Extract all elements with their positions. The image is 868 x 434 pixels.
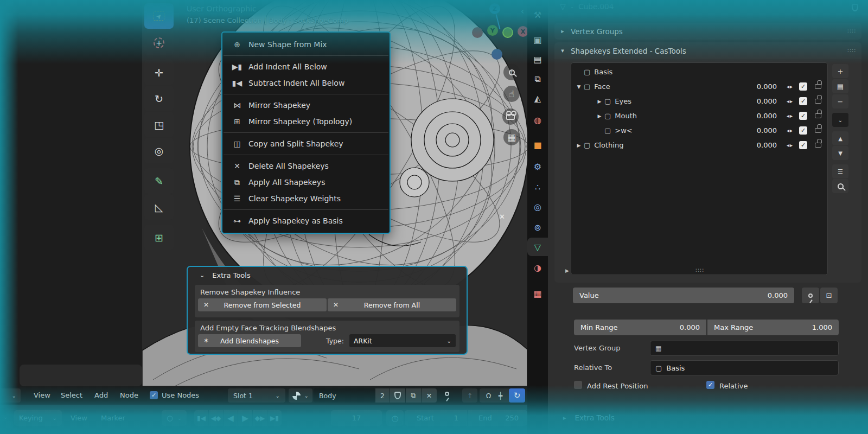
remove-from-selected-button[interactable]: ✕ Remove from Selected [198,298,327,311]
copy-material-button[interactable]: ⧉ [406,388,421,403]
tool-transform-button[interactable]: ◎ [144,138,174,163]
pan-button[interactable]: ☝ [503,86,520,102]
menu-item-mirror-shapekey[interactable]: ⋈ Mirror Shapekey [222,97,390,113]
tab-texture[interactable]: ▦ [527,285,548,302]
use-nodes-checkbox[interactable] [150,391,158,399]
tab-particles[interactable]: ∴ [527,179,548,195]
next-keyframe-button[interactable]: ◆▶ [253,410,267,426]
drag-dots-icon[interactable]: ∷∷ [847,28,856,35]
zoom-in-button[interactable]: + [503,64,520,80]
tool-add-cube-button[interactable]: ⊞ [144,225,174,250]
jump-to-start-button[interactable]: ▮◀ [194,410,208,426]
unlock-icon[interactable] [815,84,821,89]
tab-view-layer[interactable]: ⧉ [527,71,548,87]
tool-cursor-button[interactable]: + [144,30,174,55]
material-browse-dropdown[interactable]: ⌄ [289,388,312,403]
tab-scene[interactable]: ◭ [527,90,548,106]
camera-view-button[interactable] [502,108,519,125]
left-editor-canvas[interactable] [0,0,142,386]
tab-physics[interactable]: ◎ [527,199,548,215]
stopwatch-button[interactable]: ◷ [386,410,404,426]
pin-button[interactable] [445,392,449,396]
tool-rotate-button[interactable]: ↻ [144,86,174,111]
menu-item-subtract-indent-all-below[interactable]: ▮◀ Subtract Indent All Below [222,75,390,91]
add-blendshapes-button[interactable]: ✶ Add Blendshapes [198,334,301,347]
tab-modifiers[interactable]: ⚙ [527,158,548,175]
gizmo-x-neg-axis[interactable] [472,27,483,38]
menu-select[interactable]: Select [61,391,82,399]
menu-node[interactable]: Node [120,391,138,399]
prev-keyframe-button[interactable]: ◀◆ [209,410,223,426]
shapekey-row-mouth[interactable]: ▶ ▢ Mouth 0.000 ◂▸ [572,108,827,123]
add-rest-position-checkbox[interactable] [574,381,582,389]
object-name[interactable]: Cube.004 [578,2,614,11]
filter-sort-button[interactable]: ☰ [832,164,848,178]
search-button[interactable] [832,179,848,193]
vertex-group-field[interactable]: ▦ [650,341,839,356]
gizmo-z-neg-axis[interactable] [492,49,502,60]
shapekey-row-eyes[interactable]: ▶ ▢ Eyes 0.000 ◂▸ [572,94,827,108]
menu-add[interactable]: Add [94,391,108,399]
editor-type-dropdown[interactable]: ⌄ [3,414,8,420]
panel-extra-tools[interactable]: ▸ Extra Tools [563,413,615,422]
move-up-button[interactable]: ▲ [832,131,848,145]
value-nudge-icon[interactable]: ◂▸ [787,127,793,133]
menu-item-copy-and-split-shapekey[interactable]: ◫ Copy and Split Shapekey [222,136,390,152]
value-nudge-icon[interactable]: ◂▸ [787,142,793,148]
chevron-down-icon[interactable]: ⌄ [570,4,575,9]
shapekey-special-button[interactable]: ▤ [832,79,848,93]
tab-object[interactable]: ■ [527,137,548,153]
gizmo-z-axis[interactable]: Z [489,3,500,14]
menu-item-apply-shapekey-as-basis[interactable]: ⊶ Apply Shapekey as Basis [222,213,390,229]
overlay-toggle-button[interactable]: ↻ [509,388,525,403]
relative-checkbox[interactable] [706,381,714,389]
pin-shapekey-button[interactable] [802,288,819,303]
parent-node-button[interactable]: ↑ [462,388,477,403]
tab-object-data[interactable]: ▽ [527,238,548,256]
play-button[interactable]: ▶ [238,410,252,426]
shapekey-enable-checkbox[interactable] [799,141,807,149]
value-nudge-icon[interactable]: ◂▸ [787,98,793,104]
auto-keying-group[interactable]: ○ ⌄ [162,410,187,426]
ortho-toggle-button[interactable]: ▦ [503,129,520,145]
tool-annotate-button[interactable]: ✎ [144,168,174,194]
drag-dots-icon[interactable]: ∷∷ [695,267,704,274]
panel-vertex-groups[interactable]: ▸ Vertex Groups ∷∷ [554,23,861,40]
unlock-icon[interactable] [815,143,821,148]
gizmo-y-axis[interactable]: Y [487,25,498,36]
edit-mode-display-button[interactable]: ⊡ [820,288,838,303]
jump-to-end-button[interactable]: ▶▮ [267,410,282,426]
value-nudge-icon[interactable]: ◂▸ [787,113,793,119]
play-reverse-button[interactable]: ◀ [224,410,238,426]
unlock-icon[interactable] [815,99,821,104]
unlock-icon[interactable] [815,113,821,118]
gizmo-x-axis[interactable]: X [518,26,527,37]
editor-type-dropdown[interactable]: ⌄ [0,388,21,403]
remove-shapekey-button[interactable]: − [832,94,848,108]
drag-dots-icon[interactable]: ∷∷ [847,47,856,54]
unlink-material-button[interactable]: ✕ [422,388,437,403]
fake-user-button[interactable] [390,388,405,403]
tool-select-box-button[interactable]: ➤ [144,3,174,29]
shapekey-row-clothing[interactable]: ▶ ▢ Clothing 0.000 ◂▸ [572,138,827,152]
frame-start-field[interactable]: Start 1 [405,410,467,426]
relative-to-field[interactable]: ▢ Basis [650,360,839,375]
unlock-icon[interactable] [815,128,821,133]
tool-scale-button[interactable]: ◳ [144,112,174,137]
timeline-menu-marker[interactable]: Marker [101,414,125,422]
fake-user-shield-icon[interactable] [852,4,858,11]
frame-end-field[interactable]: End 250 [468,410,527,426]
tab-world[interactable]: ◍ [527,112,548,128]
tab-render[interactable]: ▣ [527,31,548,48]
shapekey-row-face[interactable]: ▼ ▢ Face 0.000 ◂▸ [572,79,827,94]
menu-item-new-shape-from-mix[interactable]: ⊕ New Shape from Mix [222,36,390,53]
shapekey-specials-menu[interactable]: ⌄ [832,113,848,127]
min-range-slider[interactable]: Min Range 0.000 [574,320,706,335]
menu-item-apply-all-shapekeys[interactable]: ⧉ Apply All Shapekeys [222,174,390,190]
tab-constraints[interactable]: ⊚ [527,219,548,235]
menu-view[interactable]: View [34,391,50,399]
blendshape-type-dropdown[interactable]: ARKit ⌄ [349,334,456,347]
shapekey-enable-checkbox[interactable] [799,82,807,91]
filter-expand-icon[interactable]: ▶ [565,268,569,273]
menu-item-delete-all-shapekeys[interactable]: ✕ Delete All Shapekeys [222,158,390,174]
